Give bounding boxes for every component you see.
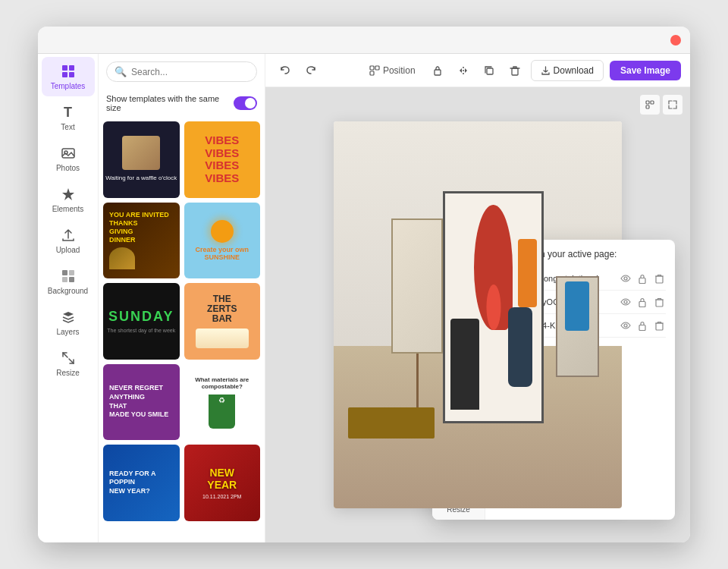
svg-rect-8 [69,270,74,275]
download-label: Download [554,65,594,76]
templates-grid: Waiting for a waffle o'clock VIBESVIBESV… [99,117,265,542]
canvas-area: Position [265,54,690,542]
svg-point-32 [624,277,627,280]
svg-rect-3 [69,72,74,77]
layer-lock-figure[interactable] [635,295,649,309]
toolbar: Position [265,54,690,87]
template-card-compost[interactable]: What materials are compostable? ♻ [184,364,261,441]
sidebar-resize-label: Resize [56,369,80,377]
minimize-canvas-button[interactable] [640,95,660,115]
layer-delete-image[interactable] [652,319,666,332]
svg-point-35 [624,300,627,303]
elements-icon [60,186,77,203]
same-size-toggle[interactable] [234,96,257,110]
search-input[interactable] [131,67,249,77]
svg-point-38 [624,324,627,327]
layer-delete-text[interactable] [652,272,666,285]
template-card-thanksgiving[interactable]: YOU ARE INVITEDTHANKSGIVINGDINNER [103,203,180,279]
search-bar[interactable]: 🔍 [106,61,257,82]
flip-button[interactable] [453,61,473,80]
duplicate-button[interactable] [479,61,499,80]
canvas-container: Templates T Text [265,87,690,542]
main-canvas [334,121,622,508]
svg-rect-37 [656,300,663,307]
sidebar-item-photos[interactable]: Photos [42,139,95,178]
template-card-never[interactable]: Never RegretAnythingThatMade You Smile [103,364,180,441]
svg-rect-1 [69,65,74,71]
template-card-vibes[interactable]: VIBESVIBESVIBESVIBES [184,121,261,198]
svg-rect-39 [639,325,645,330]
sidebar-layers-label: Layers [56,328,79,336]
template-card-ready[interactable]: READY FOR APOPPINNEW YEAR? [103,445,180,521]
sidebar-item-text[interactable]: T Text [42,98,95,137]
sidebar-item-background[interactable]: Background [42,262,95,301]
sidebar-item-layers[interactable]: Layers [42,303,95,342]
sidebar-item-upload[interactable]: Upload [42,221,95,260]
layer-visibility-image[interactable] [619,319,632,332]
layer-lock-text[interactable] [635,272,649,285]
svg-rect-7 [62,270,67,275]
svg-rect-19 [651,101,654,104]
svg-rect-13 [370,71,374,75]
svg-rect-2 [62,72,67,77]
sidebar-item-templates[interactable]: Templates [42,57,95,96]
svg-rect-33 [639,278,645,283]
app-window: Templates T Text Photos [38,27,690,542]
studio-background [334,121,622,508]
svg-rect-36 [639,301,645,307]
lock-button[interactable] [428,61,447,80]
svg-rect-20 [646,105,649,108]
same-size-row: Show templates with the same size [99,90,265,117]
sidebar-templates-label: Templates [51,82,86,90]
template-card-waffle[interactable]: Waiting for a waffle o'clock [103,121,180,198]
layers-icon [60,309,77,325]
layer-actions-figure [619,295,666,309]
layer-lock-image[interactable] [635,319,649,332]
svg-rect-16 [487,68,493,74]
svg-rect-12 [375,66,379,70]
position-button[interactable]: Position [363,62,422,79]
resize-icon [60,350,77,366]
app-body: Templates T Text Photos [38,54,690,542]
sidebar-item-resize[interactable]: Resize [42,344,95,383]
toolbar-left [275,60,322,81]
svg-rect-17 [512,68,518,75]
svg-rect-0 [62,65,67,71]
sidebar-upload-label: Upload [56,246,80,254]
expand-canvas-button[interactable] [663,95,682,115]
left-sidebar: Templates T Text Photos [38,54,99,542]
sidebar-item-elements[interactable]: Elements [42,180,95,219]
svg-rect-11 [370,66,374,70]
sidebar-text-label: Text [61,123,74,131]
canvas-top-right [640,95,682,115]
svg-rect-14 [435,70,441,75]
layer-visibility-figure[interactable] [619,295,632,309]
search-icon: 🔍 [115,66,127,77]
text-icon: T [60,104,77,121]
svg-rect-34 [656,276,663,283]
upload-icon [60,227,77,244]
svg-rect-18 [646,101,649,104]
background-icon [60,268,77,284]
template-card-zerts[interactable]: THEZERTSBAR [184,283,261,360]
delete-button[interactable] [505,61,525,80]
redo-button[interactable] [300,60,322,81]
undo-button[interactable] [275,60,296,81]
same-size-label: Show templates with the same size [106,94,234,112]
layer-actions-image [619,319,666,332]
sidebar-background-label: Background [48,287,88,295]
template-panel: 🔍 Show templates with the same size Wait… [99,54,265,542]
template-card-sunday[interactable]: SUNDAY The shortest day of the week [103,283,180,360]
sidebar-photos-label: Photos [56,164,80,172]
toolbar-right: Position [363,60,681,81]
download-button[interactable]: Download [531,60,604,81]
layer-delete-figure[interactable] [652,295,666,309]
template-card-sunshine[interactable]: Create your ownSUNSHINE [184,203,261,279]
close-button[interactable] [670,35,681,46]
save-button[interactable]: Save Image [610,61,681,80]
templates-icon [60,63,77,80]
template-card-newyear[interactable]: NEWYEAR 10.11.2021 2PM [184,445,261,521]
layer-visibility-text[interactable] [619,272,632,285]
layer-actions-text [619,272,666,285]
svg-rect-9 [62,277,67,282]
